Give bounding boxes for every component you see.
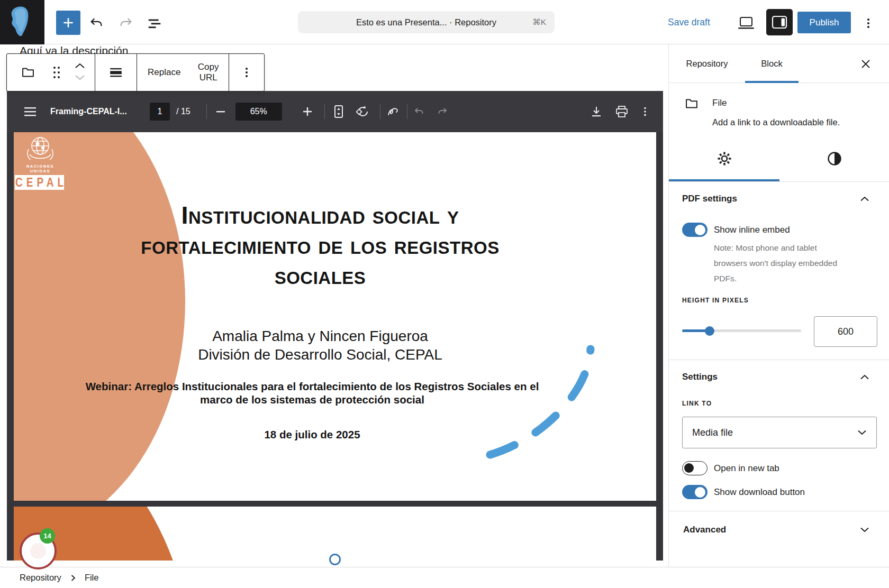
toolbar-separator [380, 104, 380, 119]
assistant-badge-count[interactable]: 14 [40, 528, 55, 544]
redo-icon [118, 15, 134, 31]
advanced-heading: Advanced [683, 525, 726, 535]
block-resize-handle[interactable] [329, 554, 341, 565]
chevron-down-icon [857, 430, 867, 435]
block-card-title: File [712, 98, 727, 108]
drag-handle[interactable] [49, 54, 65, 91]
print-button[interactable] [613, 103, 630, 120]
redo-icon [436, 105, 449, 118]
redo-button[interactable] [115, 13, 137, 34]
breadcrumb-repository[interactable]: Repository [20, 573, 61, 583]
annotation-redo-button[interactable] [434, 103, 451, 120]
expand-advanced-button[interactable] [857, 523, 872, 536]
pdf-sidebar-toggle-button[interactable] [22, 103, 39, 120]
editor-header: Esto es una Presenta... · Repository ⌘K … [0, 0, 889, 44]
kebab-icon [240, 66, 253, 79]
annotation-undo-button[interactable] [411, 103, 428, 120]
document-title: Esto es una Presenta... · Repository [356, 17, 496, 27]
height-slider-thumb[interactable] [705, 326, 714, 336]
height-in-pixels-label: HEIGHT IN PIXELS [682, 297, 749, 304]
zoom-in-button[interactable] [299, 103, 316, 120]
slide-title: Institucionalidad social y fortalecimien… [14, 200, 627, 290]
height-value-input[interactable] [814, 316, 877, 347]
ink-squiggle-icon [386, 105, 400, 118]
panel-divider [669, 511, 889, 511]
rotate-button[interactable] [355, 103, 371, 120]
open-in-new-tab-toggle[interactable] [682, 461, 707, 475]
list-view-icon [147, 15, 162, 31]
slide-authors: Amalia Palma y Nincen Figueroa División … [14, 327, 627, 364]
command-palette-button[interactable]: Esto es una Presenta... · Repository ⌘K [298, 11, 555, 33]
collapse-settings-button[interactable] [857, 371, 872, 383]
zoom-out-button[interactable] [212, 103, 229, 120]
move-block-up-button[interactable] [74, 62, 86, 71]
tab-block-styles[interactable] [779, 136, 889, 181]
un-emblem-icon [18, 133, 62, 164]
pdf-embed-note: Note: Most phone and tablet browsers won… [714, 240, 840, 286]
minus-icon [215, 106, 226, 117]
show-download-button-toggle[interactable] [682, 485, 707, 499]
file-block-icon-button[interactable] [16, 54, 40, 91]
cepal-logo: CEPAL [15, 175, 64, 190]
chevron-up-icon [860, 196, 869, 201]
chevron-down-icon [860, 527, 869, 532]
panel-divider [669, 181, 889, 182]
active-tab-underline [745, 81, 799, 83]
collapse-pdf-settings-button[interactable] [857, 192, 872, 205]
save-draft-button[interactable]: Save draft [668, 14, 710, 31]
folder-icon [684, 96, 699, 111]
chevron-up-icon [860, 374, 869, 380]
close-sidebar-button[interactable] [855, 57, 876, 71]
download-icon [590, 105, 603, 118]
sidebar-tabs: Repository Block [669, 44, 889, 83]
draw-annotate-button[interactable] [385, 103, 402, 120]
options-menu-button[interactable] [859, 13, 878, 34]
link-to-value: Media file [692, 427, 733, 438]
pdf-zoom-level[interactable]: 65% [235, 103, 282, 121]
block-inserter-button[interactable] [56, 11, 80, 35]
list-view-button[interactable] [144, 13, 165, 34]
publish-button[interactable]: Publish [797, 12, 851, 33]
hamburger-icon [24, 106, 37, 117]
open-in-new-tab-label: Open in new tab [714, 463, 779, 474]
link-to-label: LINK TO [682, 400, 712, 407]
preview-button[interactable] [734, 13, 758, 34]
gear-icon [717, 151, 732, 166]
height-slider-track[interactable] [682, 329, 801, 332]
copy-url-button[interactable]: Copy URL [188, 54, 229, 91]
settings-sidebar-toggle[interactable] [766, 9, 793, 35]
pdf-settings-heading: PDF settings [682, 194, 737, 204]
tab-block-settings[interactable] [669, 136, 779, 181]
undo-icon [413, 105, 425, 118]
link-to-select[interactable]: Media file [682, 417, 877, 448]
breadcrumb-bar: Repository File [0, 567, 889, 588]
settings-sidebar: Repository Block File Add a link to a do… [668, 44, 889, 567]
close-icon [860, 58, 872, 70]
tab-block[interactable]: Block [745, 44, 799, 83]
drag-dots-icon [52, 65, 61, 80]
show-inline-embed-toggle[interactable] [682, 223, 707, 237]
align-button[interactable] [103, 54, 129, 91]
chevron-down-icon [74, 74, 86, 81]
replace-button[interactable]: Replace [140, 54, 188, 91]
show-inline-embed-label: Show inline embed [714, 225, 790, 235]
undo-button[interactable] [86, 13, 107, 34]
fit-page-button[interactable] [330, 103, 347, 120]
show-download-button-label: Show download button [714, 487, 805, 498]
pdf-page-input[interactable]: 1 [150, 103, 170, 121]
pdf-page-count: / 15 [176, 107, 190, 116]
slide2-background-graphics [14, 507, 656, 561]
toolbar-separator [407, 104, 407, 119]
contrast-icon [827, 151, 842, 166]
move-block-down-button[interactable] [74, 74, 86, 82]
breadcrumb-file[interactable]: File [85, 573, 99, 583]
print-icon [615, 105, 629, 118]
pdf-page-2 [14, 507, 656, 561]
laptop-icon [737, 16, 755, 31]
download-button[interactable] [588, 103, 605, 120]
tab-repository[interactable]: Repository [669, 44, 745, 83]
site-logo[interactable] [0, 0, 44, 44]
pdf-more-options-button[interactable] [637, 103, 654, 120]
block-options-button[interactable] [236, 54, 257, 91]
plus-icon [302, 106, 313, 117]
